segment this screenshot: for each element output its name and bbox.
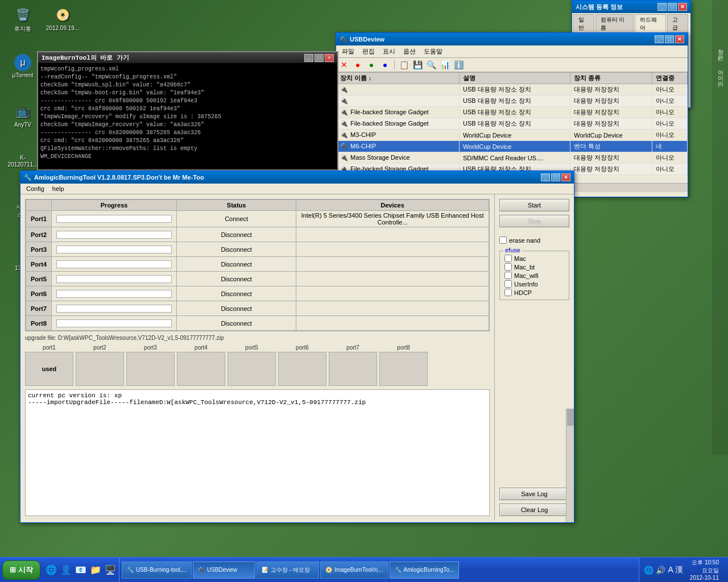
usb-table-row[interactable]: 🔌Mass Storage Device SD/MMC Card Reader … xyxy=(337,152,688,164)
burning-close-btn[interactable]: ✕ xyxy=(561,173,570,181)
scrollbar-thumb[interactable] xyxy=(567,409,574,426)
terminal-window: ImageBurnTool의 바로 가기 _ □ ✕ tmpWconfig_pr… xyxy=(37,51,338,171)
usb-menu-options[interactable]: 옵션 xyxy=(400,46,419,57)
usb-close-btn[interactable]: ✕ xyxy=(675,35,684,43)
burning-menu-config[interactable]: Config xyxy=(23,184,48,193)
usb-menu-help[interactable]: 도움말 xyxy=(420,46,446,57)
usb-table-row[interactable]: 🔌File-backed Storage Gadget USB 대용량 저장소 … xyxy=(337,107,688,118)
erase-nand-label: erase nand xyxy=(509,237,540,244)
usb-toolbar-icon3[interactable]: 🔍 xyxy=(425,59,437,70)
terminal-minimize-btn[interactable]: _ xyxy=(304,54,313,62)
mac-bt-checkbox[interactable] xyxy=(504,263,512,271)
desktop-icon-utorrent[interactable]: μ μTorrent xyxy=(6,54,40,78)
start-button[interactable]: Start xyxy=(499,199,569,211)
mac-bt-row: Mac_bt xyxy=(504,263,564,271)
usb-menu-view[interactable]: 표시 xyxy=(379,46,399,57)
usb-table-row[interactable]: 🔌 USB 대용량 저장소 장치 대용량 저장장치 아니오 xyxy=(337,84,688,95)
ql-icon-1[interactable]: 🌐 xyxy=(45,564,57,576)
sysinfo-controls: _ □ ✕ xyxy=(657,3,687,11)
tray-icon-volume[interactable]: 🔊 xyxy=(656,566,665,575)
erase-nand-checkbox[interactable] xyxy=(499,236,507,244)
usb-table-row[interactable]: 🔌File-backed Storage Gadget USB 대용량 저장소 … xyxy=(337,118,688,130)
port-label-6: Port6 xyxy=(26,286,52,301)
port-progress-1 xyxy=(52,211,177,227)
desktop-icon-anytv[interactable]: 📺 AnyTV xyxy=(6,102,40,128)
taskbar: ⊞ 시작 🌐 👤 📧 📁 🖥️ 🔧 USB-Burning-tool,... 🔌… xyxy=(0,557,728,582)
burning-minimize-btn[interactable]: _ xyxy=(541,173,550,181)
usb-table-row[interactable]: 🔌M3-CHIP WorldCup Device WorldCup Device… xyxy=(337,130,688,141)
desktop-icon-k2012[interactable]: K-20120711... xyxy=(6,152,40,172)
taskbar-clock[interactable]: 오후 10:50 요요일 2012-10-11 xyxy=(685,559,723,581)
col-device-name[interactable]: 장치 이름 ↓ xyxy=(337,73,460,84)
mac-wifi-checkbox[interactable] xyxy=(504,272,512,279)
usb-menu-file[interactable]: 파일 xyxy=(338,46,358,57)
col-connected[interactable]: 연결중 xyxy=(652,73,688,84)
usb-toolbar-green[interactable]: ● xyxy=(366,59,377,70)
mac-row: Mac xyxy=(504,255,564,262)
usb-toolbar-icon5[interactable]: ℹ️ xyxy=(453,59,464,70)
taskbar-item-usbdeview[interactable]: 🔌 USBDeview xyxy=(193,562,255,579)
usb-toolbar-blue[interactable]: ● xyxy=(379,59,391,70)
burning-maximize-btn[interactable]: □ xyxy=(551,173,560,181)
usb-minimize-btn[interactable]: _ xyxy=(655,35,664,43)
tray-icon-lang[interactable]: A 漢 xyxy=(668,565,682,575)
terminal-maximize-btn[interactable]: □ xyxy=(315,54,324,62)
sysinfo-maximize-btn[interactable]: □ xyxy=(668,3,677,11)
taskbar-item-amlogic[interactable]: 🔧 AmlogicBurningTo... xyxy=(390,562,460,579)
ql-icon-4[interactable]: 📁 xyxy=(89,564,102,576)
usb-toolbar-icon4[interactable]: 📊 xyxy=(439,59,450,70)
terminal-content: tmpWconfig_progress.xml--readConfig-- "t… xyxy=(38,63,337,168)
mac-checkbox[interactable] xyxy=(504,255,512,262)
toolbar-divider xyxy=(394,60,395,70)
taskbar-item-imgburn[interactable]: 📀 ImageBurnTool의... xyxy=(320,562,388,579)
usb-table-row[interactable]: 🔌 USB 대용량 저장소 장치 대용량 저장장치 아니오 xyxy=(337,95,688,107)
sysinfo-tab-advanced[interactable]: 고급 xyxy=(667,14,688,33)
usb-device-connected: 아니오 xyxy=(652,118,688,130)
usb-device-desc: USB 대용량 저장소 장치 xyxy=(459,95,570,107)
port-table-row: Port6 Disconnect xyxy=(26,286,489,301)
anytv-icon: 📺 xyxy=(14,102,32,120)
port-device-5 xyxy=(296,272,489,286)
save-log-button[interactable]: Save Log xyxy=(499,488,569,500)
burning-title: AmlogicBurningTool V1.2.8.0817.SP3.Don't… xyxy=(34,174,204,181)
ql-icon-3[interactable]: 📧 xyxy=(75,564,87,576)
col-description[interactable]: 설명 xyxy=(459,73,570,84)
sysinfo-tab-computer[interactable]: 컴퓨터 이름 xyxy=(595,14,634,33)
terminal-titlebar: ImageBurnTool의 바로 가기 _ □ ✕ xyxy=(38,52,337,63)
port1-box: used xyxy=(25,352,73,386)
usb-toolbar-icon1[interactable]: 📋 xyxy=(398,59,410,70)
tray-icon-network[interactable]: 🌐 xyxy=(644,566,653,575)
port-label-2: Port2 xyxy=(26,227,52,242)
port5-label: port5 xyxy=(245,344,258,351)
scrollbar[interactable] xyxy=(566,409,574,522)
sysinfo-minimize-btn[interactable]: _ xyxy=(657,3,667,11)
terminal-close-btn[interactable]: ✕ xyxy=(325,54,334,62)
col-device-type[interactable]: 장치 종류 xyxy=(570,73,652,84)
desktop-icon-imgburn[interactable]: 📀 2012.09.19... xyxy=(46,6,80,31)
taskbar-item-usb-burning[interactable]: 🔧 USB-Burning-tool,... xyxy=(122,562,192,579)
hdcp-checkbox[interactable] xyxy=(504,289,512,296)
sysinfo-close-btn[interactable]: ✕ xyxy=(678,3,687,11)
desktop-icon-recycle[interactable]: 🗑️ 휴지통 xyxy=(6,6,40,33)
usb-table-row[interactable]: 🔌M6-CHIP WorldCup Device 벤더 특성 네 xyxy=(337,141,688,152)
userinfo-checkbox[interactable] xyxy=(504,280,512,288)
mac-label: Mac xyxy=(514,255,526,262)
usb-toolbar-red[interactable]: ● xyxy=(352,59,363,70)
port-device-3 xyxy=(296,242,489,257)
sysinfo-tab-general[interactable]: 일반 xyxy=(573,14,594,33)
usb-menu-edit[interactable]: 편집 xyxy=(359,46,378,57)
usb-toolbar-close[interactable]: ✕ xyxy=(338,59,350,70)
clear-log-button[interactable]: Clear Log xyxy=(499,504,569,516)
usb-toolbar-icon2[interactable]: 💾 xyxy=(412,59,423,70)
terminal-line: --------------- crc 0x8f800000 500192 1e… xyxy=(40,97,335,105)
ql-icon-2[interactable]: 👤 xyxy=(60,564,72,576)
usb-maximize-btn[interactable]: □ xyxy=(665,35,674,43)
taskbar-item-notepad[interactable]: 📝 고수장 - 메모장 xyxy=(257,562,319,579)
stop-button[interactable]: Stop xyxy=(499,215,569,227)
terminal-line: tmpWconfig_progress.xml xyxy=(40,65,335,73)
sysinfo-tab-hardware[interactable]: 하드웨어 xyxy=(635,14,666,34)
start-button-taskbar[interactable]: ⊞ 시작 xyxy=(2,560,40,580)
usb-device-name: 🔌 xyxy=(337,95,460,107)
ql-icon-5[interactable]: 🖥️ xyxy=(104,564,117,576)
burning-menu-help[interactable]: help xyxy=(49,184,68,193)
